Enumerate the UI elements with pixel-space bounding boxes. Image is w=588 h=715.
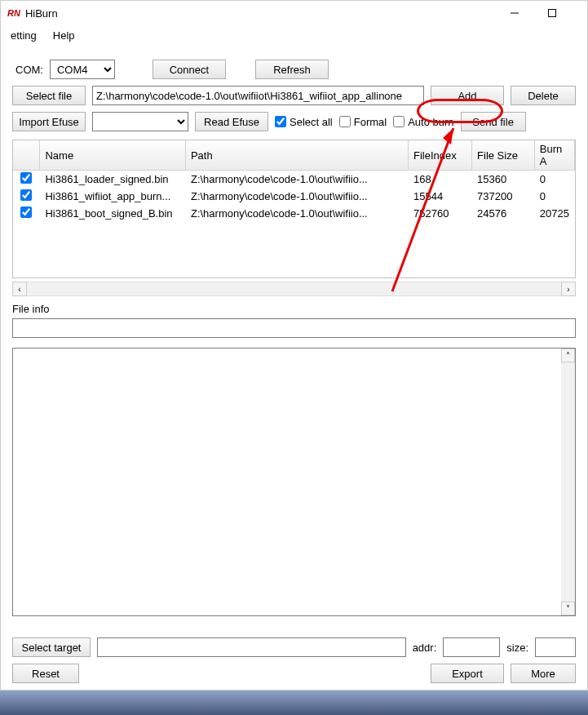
cell-path: Z:\harmony\code\code-1.0\out\wifiio... [185,205,408,222]
svg-rect-1 [549,10,556,17]
scroll-down-icon[interactable]: ˅ [561,602,575,615]
cell-size: 24576 [472,205,535,222]
table-row[interactable]: Hi3861_boot_signed_B.binZ:\harmony\code\… [13,205,575,222]
table-row[interactable]: Hi3861_wifiiot_app_burn...Z:\harmony\cod… [13,188,575,205]
size-input[interactable] [535,637,576,657]
autoburn-checkbox[interactable]: Auto burn [393,116,453,128]
autoburn-box[interactable] [393,116,405,127]
col-burn[interactable]: Burn A [534,140,574,171]
delete-button[interactable]: Delete [511,86,576,105]
fileinfo-label: File info [12,303,576,315]
cell-burn: 20725 [534,205,574,222]
efuse-select[interactable] [92,112,188,131]
cell-burn: 0 [534,188,574,205]
maximize-button[interactable] [533,1,571,25]
reset-button[interactable]: Reset [12,664,79,683]
selectall-checkbox[interactable]: Select all [275,116,333,128]
formal-box[interactable] [339,116,351,127]
scroll-track-v[interactable] [561,362,575,602]
file-row: Select file Add Delete [12,86,576,105]
bottom-panel: Select target addr: size: Reset Export M… [12,637,576,690]
content-area: COM: COM4 Connect Refresh Select file Ad… [1,45,587,690]
row-checkbox[interactable] [20,189,32,201]
add-button[interactable]: Add [431,86,504,105]
export-button[interactable]: Export [431,664,504,683]
cell-name: Hi3861_wifiiot_app_burn... [40,188,186,205]
com-select[interactable]: COM4 [50,60,115,79]
cell-name: Hi3861_loader_signed.bin [40,171,186,189]
com-label: COM: [15,64,43,76]
fileinfo-box [12,318,576,338]
com-row: COM: COM4 Connect Refresh [12,60,576,79]
scroll-right-icon[interactable]: › [561,282,576,296]
minimize-button[interactable] [496,1,533,25]
scroll-left-icon[interactable]: ‹ [12,282,27,296]
cell-index: 168 [409,171,472,189]
table-row[interactable]: Hi3861_loader_signed.binZ:\harmony\code\… [13,171,575,189]
table-header-row: Name Path FileIndex File Size Burn A [13,140,575,171]
col-path[interactable]: Path [185,140,408,171]
efuse-row: Import Efuse Read Efuse Select all Forma… [12,112,576,131]
addr-label: addr: [413,642,437,654]
log-box[interactable]: ˄ ˅ [12,348,576,616]
formal-checkbox[interactable]: Formal [339,116,387,128]
menu-setting[interactable]: etting [4,27,43,44]
titlebar: RN HiBurn [1,1,587,25]
cell-size: 737200 [472,188,535,205]
cell-index: 752760 [409,205,472,222]
cell-index: 15544 [409,188,472,205]
col-name[interactable]: Name [40,140,186,171]
window-title: HiBurn [25,7,58,20]
row-checkbox[interactable] [20,207,32,218]
horizontal-scrollbar[interactable]: ‹ › [12,282,576,296]
send-file-button[interactable]: Send file [461,112,526,131]
size-label: size: [506,642,528,654]
menu-help[interactable]: Help [46,27,82,44]
select-file-button[interactable]: Select file [12,86,86,105]
cell-path: Z:\harmony\code\code-1.0\out\wifiio... [185,188,408,205]
menubar: etting Help [1,25,587,45]
cell-path: Z:\harmony\code\code-1.0\out\wifiio... [185,171,408,189]
select-target-button[interactable]: Select target [12,637,91,657]
file-table: Name Path FileIndex File Size Burn A Hi3… [12,140,576,278]
scroll-up-icon[interactable]: ˄ [561,349,575,362]
cell-burn: 0 [534,171,574,189]
window-buttons [496,1,587,25]
desktop-strip [0,691,588,715]
file-path-input[interactable] [92,86,424,105]
window-edge [571,1,587,25]
cell-name: Hi3861_boot_signed_B.bin [40,205,186,222]
read-efuse-button[interactable]: Read Efuse [195,112,268,131]
more-button[interactable]: More [511,664,576,683]
col-fileindex[interactable]: FileIndex [409,140,472,171]
scroll-track[interactable] [27,282,561,296]
col-filesize[interactable]: File Size [472,140,535,171]
connect-button[interactable]: Connect [153,60,226,79]
addr-input[interactable] [443,637,500,657]
col-check[interactable] [13,140,40,171]
row-checkbox[interactable] [20,172,32,184]
selectall-box[interactable] [275,116,286,127]
refresh-button[interactable]: Refresh [255,60,329,79]
app-logo-icon: RN [7,8,20,18]
app-window: RN HiBurn etting Help COM: COM4 Connect … [0,0,588,691]
import-efuse-button[interactable]: Import Efuse [12,112,86,131]
target-input[interactable] [97,637,406,657]
cell-size: 15360 [472,171,535,189]
vertical-scrollbar[interactable]: ˄ ˅ [561,349,575,615]
